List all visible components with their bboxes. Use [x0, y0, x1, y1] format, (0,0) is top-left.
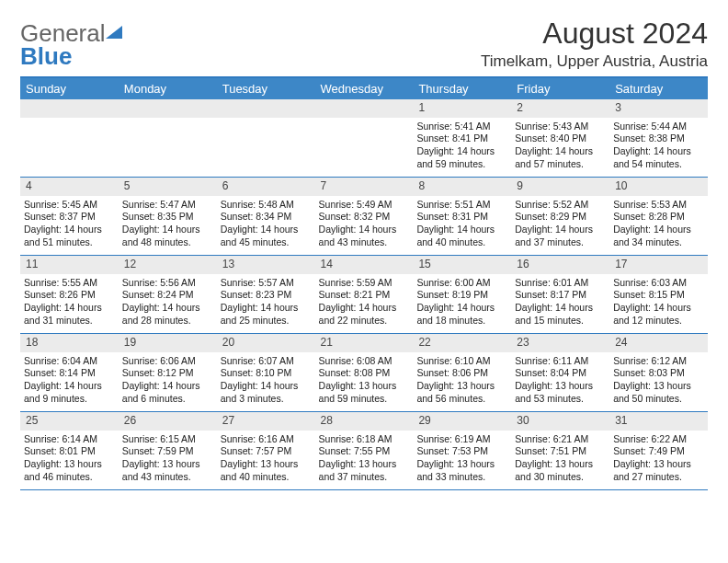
- sunrise-text: Sunrise: 5:44 AM: [613, 121, 704, 133]
- daylight-text: Daylight: 14 hours and 54 minutes.: [613, 145, 704, 170]
- day-cell: 14Sunrise: 5:59 AMSunset: 8:21 PMDayligh…: [315, 256, 414, 333]
- sunrise-text: Sunrise: 5:56 AM: [122, 277, 213, 290]
- sunset-text: Sunset: 8:08 PM: [319, 367, 410, 380]
- sunrise-text: Sunrise: 5:51 AM: [416, 199, 507, 212]
- empty-cell: [315, 99, 414, 177]
- day-number: 27: [217, 412, 315, 431]
- sunrise-text: Sunrise: 5:45 AM: [24, 199, 115, 212]
- week-row: 18Sunrise: 6:04 AMSunset: 8:14 PMDayligh…: [20, 334, 708, 412]
- daylight-text: Daylight: 13 hours and 50 minutes.: [613, 380, 704, 405]
- daylight-text: Daylight: 13 hours and 43 minutes.: [122, 458, 213, 483]
- sunrise-text: Sunrise: 5:55 AM: [24, 277, 115, 290]
- day-number: [20, 99, 119, 118]
- sunrise-text: Sunrise: 5:53 AM: [613, 199, 704, 212]
- daylight-text: Daylight: 14 hours and 57 minutes.: [515, 145, 606, 170]
- day-number: 14: [315, 256, 414, 274]
- day-number: 4: [20, 178, 119, 196]
- sunset-text: Sunset: 8:23 PM: [221, 289, 312, 302]
- day-number: [119, 99, 217, 118]
- sunset-text: Sunset: 7:53 PM: [416, 445, 507, 458]
- sunset-text: Sunset: 8:24 PM: [122, 289, 213, 302]
- daylight-text: Daylight: 14 hours and 25 minutes.: [221, 302, 312, 327]
- day-number: 23: [511, 334, 609, 352]
- sunset-text: Sunset: 7:55 PM: [319, 445, 410, 458]
- daylight-text: Daylight: 14 hours and 31 minutes.: [24, 302, 115, 327]
- sunset-text: Sunset: 8:41 PM: [416, 132, 507, 145]
- daylight-text: Daylight: 13 hours and 27 minutes.: [613, 458, 704, 483]
- sunset-text: Sunset: 8:28 PM: [613, 211, 704, 224]
- month-title: August 2024: [481, 17, 708, 51]
- day-number: 8: [413, 178, 511, 196]
- day-number: 29: [413, 412, 511, 431]
- day-number: 5: [119, 178, 217, 196]
- sunrise-text: Sunrise: 6:06 AM: [122, 355, 213, 368]
- daylight-text: Daylight: 14 hours and 51 minutes.: [24, 224, 115, 248]
- day-cell: 29Sunrise: 6:19 AMSunset: 7:53 PMDayligh…: [413, 412, 511, 489]
- weekday-friday: Friday: [511, 78, 609, 99]
- day-number: 21: [315, 334, 414, 352]
- sunrise-text: Sunrise: 5:43 AM: [515, 121, 606, 133]
- day-number: 10: [609, 178, 708, 196]
- empty-cell: [217, 99, 315, 177]
- daylight-text: Daylight: 14 hours and 22 minutes.: [319, 302, 410, 327]
- daylight-text: Daylight: 14 hours and 45 minutes.: [221, 224, 312, 248]
- daylight-text: Daylight: 14 hours and 18 minutes.: [416, 302, 507, 327]
- week-row: 11Sunrise: 5:55 AMSunset: 8:26 PMDayligh…: [20, 256, 708, 334]
- day-number: 18: [20, 334, 119, 352]
- logo-sail-icon: [106, 26, 122, 39]
- sunrise-text: Sunrise: 5:49 AM: [319, 199, 410, 212]
- weekday-monday: Monday: [119, 78, 217, 99]
- sunset-text: Sunset: 8:38 PM: [613, 132, 704, 145]
- day-cell: 27Sunrise: 6:16 AMSunset: 7:57 PMDayligh…: [217, 412, 315, 489]
- day-cell: 5Sunrise: 5:47 AMSunset: 8:35 PMDaylight…: [119, 178, 217, 255]
- day-cell: 19Sunrise: 6:06 AMSunset: 8:12 PMDayligh…: [119, 334, 217, 411]
- day-number: 24: [609, 334, 708, 352]
- daylight-text: Daylight: 13 hours and 53 minutes.: [515, 380, 606, 405]
- sunrise-text: Sunrise: 6:16 AM: [221, 433, 312, 446]
- sunset-text: Sunset: 7:49 PM: [613, 445, 704, 458]
- sunset-text: Sunset: 8:17 PM: [515, 289, 606, 302]
- sunset-text: Sunset: 8:26 PM: [24, 289, 115, 302]
- sunrise-text: Sunrise: 6:07 AM: [221, 355, 312, 368]
- daylight-text: Daylight: 14 hours and 15 minutes.: [515, 302, 606, 327]
- weekday-tuesday: Tuesday: [217, 78, 315, 99]
- day-cell: 30Sunrise: 6:21 AMSunset: 7:51 PMDayligh…: [511, 412, 609, 489]
- sunset-text: Sunset: 8:14 PM: [24, 367, 115, 380]
- day-cell: 1Sunrise: 5:41 AMSunset: 8:41 PMDaylight…: [413, 99, 511, 177]
- day-number: 16: [511, 256, 609, 274]
- daylight-text: Daylight: 14 hours and 48 minutes.: [122, 224, 213, 248]
- day-number: 31: [609, 412, 708, 431]
- day-cell: 31Sunrise: 6:22 AMSunset: 7:49 PMDayligh…: [609, 412, 708, 489]
- location-text: Timelkam, Upper Austria, Austria: [481, 52, 708, 71]
- sunrise-text: Sunrise: 6:11 AM: [515, 355, 606, 368]
- sunset-text: Sunset: 8:32 PM: [319, 211, 410, 224]
- day-cell: 20Sunrise: 6:07 AMSunset: 8:10 PMDayligh…: [217, 334, 315, 411]
- day-cell: 21Sunrise: 6:08 AMSunset: 8:08 PMDayligh…: [315, 334, 414, 411]
- day-number: 12: [119, 256, 217, 274]
- sunrise-text: Sunrise: 5:57 AM: [221, 277, 312, 290]
- daylight-text: Daylight: 14 hours and 43 minutes.: [319, 224, 410, 248]
- sunrise-text: Sunrise: 6:14 AM: [24, 433, 115, 446]
- sunset-text: Sunset: 8:15 PM: [613, 289, 704, 302]
- day-number: [315, 99, 414, 118]
- sunset-text: Sunset: 8:10 PM: [221, 367, 312, 380]
- weekday-saturday: Saturday: [609, 78, 708, 99]
- day-cell: 6Sunrise: 5:48 AMSunset: 8:34 PMDaylight…: [217, 178, 315, 255]
- sunset-text: Sunset: 8:04 PM: [515, 367, 606, 380]
- sunrise-text: Sunrise: 6:10 AM: [416, 355, 507, 368]
- day-cell: 8Sunrise: 5:51 AMSunset: 8:31 PMDaylight…: [413, 178, 511, 255]
- sunrise-text: Sunrise: 6:00 AM: [416, 277, 507, 290]
- daylight-text: Daylight: 14 hours and 40 minutes.: [416, 224, 507, 248]
- sunrise-text: Sunrise: 6:21 AM: [515, 433, 606, 446]
- daylight-text: Daylight: 13 hours and 46 minutes.: [24, 458, 115, 483]
- day-number: 6: [217, 178, 315, 196]
- day-number: 28: [315, 412, 414, 431]
- sunset-text: Sunset: 8:29 PM: [515, 211, 606, 224]
- day-cell: 9Sunrise: 5:52 AMSunset: 8:29 PMDaylight…: [511, 178, 609, 255]
- daylight-text: Daylight: 14 hours and 37 minutes.: [515, 224, 606, 248]
- sunrise-text: Sunrise: 6:12 AM: [613, 355, 704, 368]
- weekday-header: SundayMondayTuesdayWednesdayThursdayFrid…: [20, 78, 708, 99]
- daylight-text: Daylight: 14 hours and 12 minutes.: [613, 302, 704, 327]
- sunrise-text: Sunrise: 6:01 AM: [515, 277, 606, 290]
- day-number: 17: [609, 256, 708, 274]
